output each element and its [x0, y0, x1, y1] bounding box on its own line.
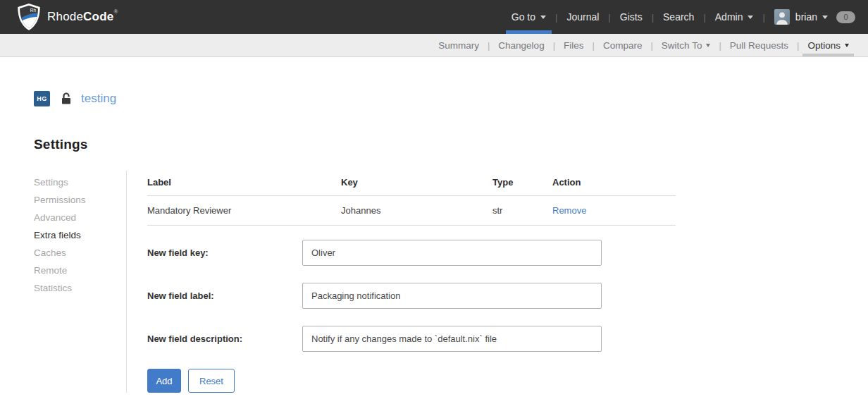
- brand-wordmark: RhodeCode®: [47, 10, 118, 24]
- repo-header: HG testing: [34, 91, 868, 106]
- new-field-key-label: New field key:: [147, 247, 302, 258]
- field-type-cell: str: [492, 196, 552, 226]
- nav-separator: |: [795, 40, 801, 51]
- registered-mark: ®: [113, 8, 118, 15]
- new-field-label-input[interactable]: [302, 283, 602, 309]
- field-key-cell: Johannes: [341, 196, 492, 226]
- nav-item-admin[interactable]: Admin: [708, 0, 761, 34]
- new-field-key-input[interactable]: [302, 240, 602, 266]
- sidebar-item-permissions[interactable]: Permissions: [34, 191, 126, 209]
- user-avatar[interactable]: [774, 9, 790, 25]
- repo-nav-summary[interactable]: Summary: [432, 34, 485, 56]
- caret-down-icon: [540, 16, 546, 19]
- repo-nav-compare[interactable]: Compare: [597, 34, 649, 56]
- nav-item-gists[interactable]: Gists: [613, 0, 650, 34]
- nav-separator: |: [551, 40, 557, 51]
- remove-field-link[interactable]: Remove: [552, 205, 586, 216]
- caret-down-icon: [748, 16, 753, 19]
- column-header-action: Action: [552, 171, 676, 196]
- user-menu[interactable]: brian: [795, 11, 828, 23]
- nav-separator: |: [701, 12, 707, 23]
- sidebar-item-extra-fields[interactable]: Extra fields: [34, 226, 126, 244]
- nav-item-search[interactable]: Search: [656, 0, 701, 34]
- nav-separator: |: [650, 12, 656, 23]
- repo-nav-options[interactable]: Options: [801, 34, 855, 56]
- nav-separator: |: [553, 12, 559, 23]
- svg-text:Rh: Rh: [30, 8, 37, 13]
- repo-nav-changelog[interactable]: Changelog: [492, 34, 550, 56]
- repo-nav-pull-requests[interactable]: Pull Requests: [724, 34, 795, 56]
- person-icon: [774, 9, 790, 25]
- new-field-key-row: New field key:: [147, 240, 676, 266]
- field-label-cell: Mandatory Reviewer: [147, 196, 341, 226]
- topnav-menu: Go to | Journal | Gists | Search | Admin…: [504, 0, 855, 34]
- sidebar-item-statistics[interactable]: Statistics: [34, 279, 126, 297]
- settings-layout: Settings Permissions Advanced Extra fiel…: [34, 171, 868, 393]
- repo-nav-switch-to[interactable]: Switch To: [655, 34, 717, 56]
- nav-separator: |: [590, 40, 597, 51]
- rhodecode-logo[interactable]: Rh RhodeCode®: [17, 4, 118, 30]
- new-field-label-label: New field label:: [147, 290, 302, 301]
- new-field-description-label: New field description:: [147, 334, 302, 344]
- column-header-label: Label: [147, 171, 341, 196]
- lock-icon: [61, 92, 72, 105]
- page-title: Settings: [34, 137, 868, 152]
- nav-separator: |: [717, 40, 723, 51]
- sidebar-item-advanced[interactable]: Advanced: [34, 209, 126, 226]
- repo-nav-files[interactable]: Files: [557, 34, 590, 56]
- table-row: Mandatory Reviewer Johannes str Remove: [147, 196, 676, 226]
- caret-down-icon: [845, 44, 849, 47]
- repo-name-link[interactable]: testing: [81, 92, 116, 106]
- shield-logo-icon: Rh: [17, 4, 41, 30]
- settings-sidebar: Settings Permissions Advanced Extra fiel…: [34, 171, 127, 393]
- extra-fields-table: Label Key Type Action Mandatory Reviewer…: [147, 171, 676, 226]
- column-header-type: Type: [492, 171, 552, 196]
- add-button[interactable]: Add: [147, 369, 181, 393]
- new-field-description-input[interactable]: [302, 326, 602, 352]
- caret-down-icon: [706, 44, 710, 47]
- sidebar-item-settings[interactable]: Settings: [34, 173, 126, 191]
- nav-separator: |: [648, 40, 655, 51]
- nav-item-journal[interactable]: Journal: [559, 0, 606, 34]
- reset-button[interactable]: Reset: [188, 369, 235, 393]
- new-field-description-row: New field description:: [147, 326, 676, 352]
- table-header-row: Label Key Type Action: [147, 171, 676, 196]
- column-header-key: Key: [341, 171, 492, 196]
- nav-separator: |: [485, 40, 492, 51]
- nav-separator: |: [760, 12, 767, 23]
- new-field-label-row: New field label:: [147, 283, 676, 309]
- notification-count-badge[interactable]: 0: [836, 11, 855, 23]
- nav-item-goto[interactable]: Go to: [504, 0, 553, 34]
- extra-fields-content: Label Key Type Action Mandatory Reviewer…: [147, 171, 676, 393]
- sidebar-item-remote[interactable]: Remote: [34, 262, 126, 279]
- sidebar-item-caches[interactable]: Caches: [34, 244, 126, 262]
- form-buttons: Add Reset: [147, 369, 676, 393]
- repo-navbar: Summary | Changelog | Files | Compare | …: [0, 34, 868, 57]
- caret-down-icon: [822, 16, 828, 19]
- top-navbar: Rh RhodeCode® Go to | Journal | Gists | …: [0, 0, 868, 34]
- hg-vcs-badge: HG: [34, 91, 50, 106]
- nav-separator: |: [606, 12, 612, 23]
